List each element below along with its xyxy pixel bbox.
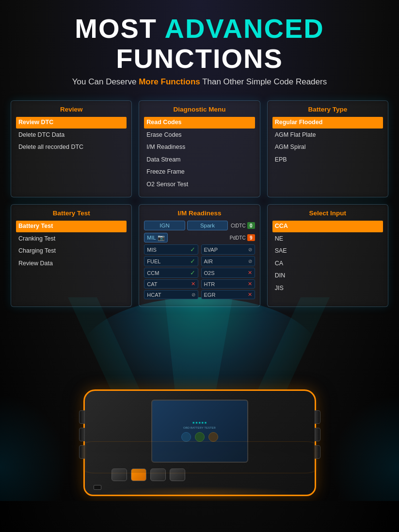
circle-icon: ⊘	[248, 247, 252, 252]
im-cell-cat: CAT ✕	[144, 279, 198, 289]
im-readiness-panel: I/M Readiness IGN Spark CtDTC 0 MIL 📷 Pd…	[139, 204, 260, 307]
device-screen-content: ■ ■ ■ ■ ■ OBD BATTERY TESTER	[181, 421, 218, 442]
circle-icon: ⊘	[192, 292, 195, 297]
diagnostic-panel-title: Diagnostic Menu	[144, 106, 255, 113]
review-item-2[interactable]: Delete all recorded DTC	[16, 142, 127, 153]
diagnostic-item-2[interactable]: I/M Readiness	[144, 142, 255, 153]
im-spark: Spark	[187, 221, 228, 230]
device-reflection	[83, 441, 316, 473]
title-functions: FUNCTIONS	[10, 44, 389, 74]
im-readiness-panel-title: I/M Readiness	[144, 210, 255, 217]
diagnostic-item-5[interactable]: O2 Sensor Test	[144, 179, 255, 191]
select-input-item-5[interactable]: JIS	[272, 283, 383, 294]
subtitle: You Can Deserve More Functions Than Othe…	[10, 77, 389, 87]
grip-2	[315, 428, 320, 441]
title-most: MOST	[75, 13, 164, 44]
beam-container: ■ ■ ■ ■ ■ OBD BATTERY TESTER	[0, 297, 399, 501]
im-cell-fuel: FUEL ✓	[144, 256, 198, 266]
grip-left-2	[79, 428, 85, 441]
review-item-1[interactable]: Delete DTC Data	[16, 129, 127, 141]
select-input-item-0[interactable]: CCA	[272, 221, 383, 232]
battery-test-panel: Battery Test Battery Test Cranking Test …	[11, 204, 132, 307]
diagnostic-item-1[interactable]: Erase Codes	[144, 129, 255, 141]
battery-test-item-1[interactable]: Cranking Test	[16, 233, 127, 245]
panels-container: Review Review DTC Delete DTC Data Delete…	[0, 92, 399, 307]
review-panel: Review Review DTC Delete DTC Data Delete…	[11, 100, 132, 197]
battery-type-item-1[interactable]: AGM Flat Plate	[272, 129, 383, 141]
diagnostic-item-4[interactable]: Freeze Frame	[144, 166, 255, 178]
select-input-item-1[interactable]: NE	[272, 233, 383, 245]
camera-icon: 📷	[158, 234, 165, 241]
corner-glow-right	[331, 394, 399, 501]
im-cell-mis: MIS ✓	[144, 244, 198, 255]
check-icon: ✓	[190, 258, 195, 265]
im-row-2: CCM ✓ O2S ✕	[144, 268, 255, 278]
battery-type-item-2[interactable]: AGM Spiral	[272, 142, 383, 153]
select-input-item-2[interactable]: SAE	[272, 245, 383, 257]
battery-test-item-0[interactable]: Battery Test	[16, 221, 127, 232]
select-input-panel-title: Select Input	[272, 210, 383, 217]
im-cell-hcat: HCAT ⊘	[144, 290, 198, 299]
ctdtc-label: CtDTC	[231, 223, 246, 228]
select-input-item-4[interactable]: DIN	[272, 270, 383, 282]
grip-left-1	[79, 410, 85, 424]
diagnostic-panel: Diagnostic Menu Read Codes Erase Codes I…	[139, 100, 260, 197]
im-cell-evap: EVAP ⊘	[201, 244, 255, 255]
check-icon: ✓	[190, 246, 195, 253]
im-cell-htr: HTR ✕	[201, 279, 255, 289]
ground-glow	[98, 486, 302, 501]
circle-icon: ⊘	[248, 258, 252, 264]
diagnostic-item-0[interactable]: Read Codes	[144, 117, 255, 129]
corner-glow-left	[0, 394, 68, 501]
subtitle-after: Than Other Simple Code Readers	[200, 77, 327, 86]
im-mil: MIL 📷	[144, 233, 167, 242]
im-cell-o2s: O2S ✕	[201, 268, 255, 278]
title-line1: MOST ADVANCED	[10, 14, 389, 44]
subtitle-highlight: More Functions	[139, 77, 200, 86]
im-row-3: CAT ✕ HTR ✕	[144, 279, 255, 289]
select-input-panel: Select Input CCA NE SAE CA DIN JIS	[267, 204, 388, 307]
battery-test-panel-title: Battery Test	[16, 210, 127, 217]
x-icon: ✕	[248, 281, 252, 287]
im-cell-air: AIR ⊘	[201, 256, 255, 266]
im-cell-egr: EGR ✕	[201, 290, 255, 299]
im-cell-ccm: CCM ✓	[144, 268, 198, 278]
usb-port	[94, 485, 101, 490]
check-icon: ✓	[190, 269, 195, 276]
pddtc-value: 9	[247, 234, 255, 241]
battery-type-panel: Battery Type Regular Flooded AGM Flat Pl…	[267, 100, 388, 197]
grip-1	[315, 410, 320, 424]
device: ■ ■ ■ ■ ■ OBD BATTERY TESTER	[64, 360, 335, 496]
im-ign: IGN	[144, 221, 185, 230]
im-row-0: MIS ✓ EVAP ⊘	[144, 244, 255, 255]
pddtc-label: PdDTC	[230, 235, 246, 241]
subtitle-before: You Can Deserve	[72, 77, 139, 86]
im-row-4: HCAT ⊘ EGR ✕	[144, 290, 255, 299]
x-icon: ✕	[191, 281, 195, 287]
battery-type-panel-title: Battery Type	[272, 106, 383, 113]
x-icon: ✕	[248, 270, 252, 276]
title-section: MOST ADVANCED FUNCTIONS You Can Deserve …	[0, 0, 399, 92]
select-input-item-3[interactable]: CA	[272, 258, 383, 270]
x-icon: ✕	[248, 291, 252, 298]
review-item-0[interactable]: Review DTC	[16, 117, 127, 129]
diagnostic-item-3[interactable]: Data Stream	[144, 154, 255, 166]
battery-type-item-3[interactable]: EPB	[272, 154, 383, 166]
review-panel-title: Review	[16, 106, 127, 113]
battery-test-item-2[interactable]: Charging Test	[16, 245, 127, 257]
battery-test-item-3[interactable]: Review Data	[16, 258, 127, 270]
title-advanced: ADVANCED	[165, 13, 324, 44]
battery-type-item-0[interactable]: Regular Flooded	[272, 117, 383, 129]
ctdtc-value: 0	[247, 222, 255, 229]
im-row-1: FUEL ✓ AIR ⊘	[144, 256, 255, 266]
